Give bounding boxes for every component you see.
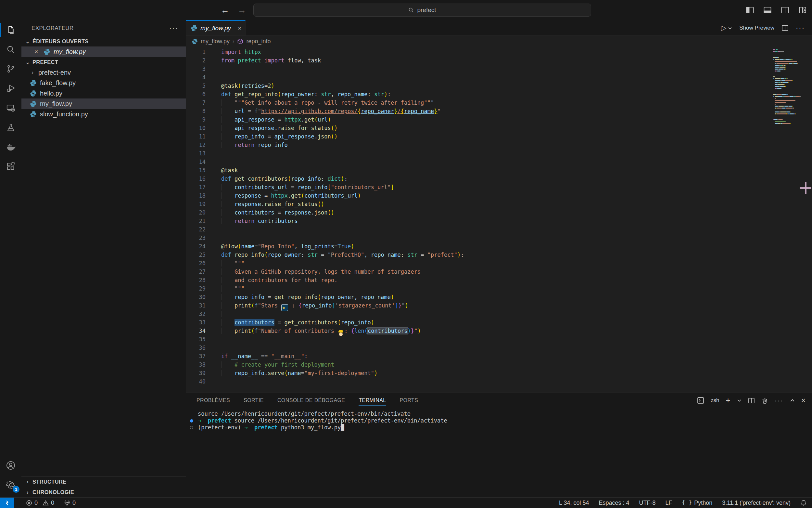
line-number[interactable]: 12 <box>186 141 205 149</box>
file-tree-item[interactable]: ›prefect-env <box>21 67 186 78</box>
code-line[interactable]: 35 <box>186 335 812 344</box>
line-number[interactable]: 19 <box>186 200 205 208</box>
line-number[interactable]: 31 <box>186 301 205 310</box>
code-line[interactable]: 10 api_response.raise_for_status() <box>186 124 812 132</box>
code-line[interactable]: 22 <box>186 225 812 234</box>
line-number[interactable]: 18 <box>186 192 205 200</box>
tab-my-flow[interactable]: my_flow.py × <box>186 20 246 35</box>
code-line[interactable]: 34 print(f"Number of contributors 👷: {le… <box>186 327 812 335</box>
code-editor[interactable]: 1import httpx2from prefect import flow, … <box>186 47 812 393</box>
line-number[interactable]: 28 <box>186 276 205 284</box>
split-editor-icon[interactable] <box>781 25 789 32</box>
notifications-bell-icon[interactable] <box>800 500 807 506</box>
line-number[interactable]: 10 <box>186 124 205 132</box>
activity-settings[interactable]: 1 <box>0 475 21 495</box>
activity-testing[interactable] <box>0 118 21 137</box>
activity-extensions[interactable] <box>0 157 21 176</box>
code-line[interactable]: 24@flow(name="Repo Info", log_prints=Tru… <box>186 242 812 251</box>
customize-layout-icon[interactable] <box>798 6 807 14</box>
line-number[interactable]: 2 <box>186 56 205 65</box>
code-line[interactable]: 30 repo_info = get_repo_info(repo_owner,… <box>186 293 812 301</box>
code-line[interactable]: 21 return contributors <box>186 217 812 225</box>
open-editor-item[interactable]: ×my_flow.py <box>21 46 186 57</box>
code-line[interactable]: 14 <box>186 158 812 166</box>
breadcrumb[interactable]: my_flow.py › repo_info <box>186 36 812 47</box>
code-line[interactable]: 29 """ <box>186 284 812 293</box>
maximize-panel-icon[interactable] <box>790 398 795 403</box>
code-line[interactable]: 7 """Get info about a repo - will retry … <box>186 98 812 107</box>
python-interpreter[interactable]: 3.11.1 ('prefect-env': venv) <box>722 500 791 506</box>
encoding[interactable]: UTF-8 <box>639 500 656 506</box>
line-number[interactable]: 34 <box>186 327 205 335</box>
toggle-panel-icon[interactable] <box>763 6 772 14</box>
breadcrumb-symbol[interactable]: repo_info <box>246 38 271 45</box>
explorer-more-actions-icon[interactable]: ··· <box>169 24 178 33</box>
line-number[interactable]: 11 <box>186 132 205 141</box>
code-line[interactable]: 28 and contributors for that repo. <box>186 276 812 284</box>
shell-label[interactable]: zsh <box>711 397 719 404</box>
code-line[interactable]: 27 Given a GitHub repository, logs the n… <box>186 267 812 276</box>
code-line[interactable]: 32 <box>186 310 812 318</box>
activity-docker[interactable] <box>0 137 21 157</box>
code-line[interactable]: 5@task(retries=2) <box>186 82 812 90</box>
line-number[interactable]: 16 <box>186 174 205 183</box>
line-number[interactable]: 5 <box>186 82 205 90</box>
line-number[interactable]: 13 <box>186 149 205 158</box>
line-number[interactable]: 26 <box>186 259 205 267</box>
line-number[interactable]: 6 <box>186 90 205 98</box>
activity-accounts[interactable] <box>0 456 21 475</box>
line-number[interactable]: 40 <box>186 377 205 386</box>
command-decoration-icon[interactable] <box>189 424 198 431</box>
code-line[interactable]: 3 <box>186 65 812 73</box>
code-line[interactable]: 18 response = httpx.get(contributors_url… <box>186 192 812 200</box>
section-structure[interactable]: › STRUCTURE <box>21 476 186 487</box>
code-line[interactable]: 38 # create your first deployment <box>186 361 812 369</box>
code-line[interactable]: 1import httpx <box>186 48 812 56</box>
panel-tab-terminal[interactable]: TERMINAL <box>359 393 386 408</box>
code-line[interactable]: 12 return repo_info <box>186 141 812 149</box>
line-number[interactable]: 8 <box>186 107 205 115</box>
line-number[interactable]: 17 <box>186 183 205 192</box>
panel-more-actions-icon[interactable]: ··· <box>775 396 783 404</box>
panel-tab-ports[interactable]: PORTS <box>400 393 418 408</box>
line-number[interactable]: 14 <box>186 158 205 166</box>
code-line[interactable]: 8 url = f"https://api.github.com/repos/{… <box>186 107 812 115</box>
new-terminal-icon[interactable]: + <box>726 396 730 405</box>
remote-indicator[interactable] <box>0 498 14 508</box>
code-line[interactable]: 23 <box>186 234 812 242</box>
line-number[interactable]: 37 <box>186 352 205 361</box>
code-line[interactable]: 11 repo_info = api_response.json() <box>186 132 812 141</box>
code-line[interactable]: 33 contributors = get_contributors(repo_… <box>186 318 812 327</box>
line-number[interactable]: 7 <box>186 98 205 107</box>
line-number[interactable]: 1 <box>186 48 205 56</box>
breadcrumb-file[interactable]: my_flow.py <box>201 38 230 45</box>
code-line[interactable]: 6def get_repo_info(repo_owner: str, repo… <box>186 90 812 98</box>
code-line[interactable]: 26 """ <box>186 259 812 267</box>
file-tree-item[interactable]: hello.py <box>21 88 186 98</box>
nav-back-icon[interactable]: ← <box>221 5 229 15</box>
cursor-position[interactable]: L 34, col 54 <box>559 500 589 506</box>
code-line[interactable]: 19 response.raise_for_status() <box>186 200 812 208</box>
code-line[interactable]: 25def repo_info(repo_owner: str = "Prefe… <box>186 251 812 259</box>
line-number[interactable]: 4 <box>186 73 205 82</box>
line-number[interactable]: 24 <box>186 242 205 251</box>
line-number[interactable]: 36 <box>186 344 205 352</box>
code-line[interactable]: 31 print(f"Stars 🌟 : {repo_info['stargaz… <box>186 301 812 310</box>
line-number[interactable]: 21 <box>186 217 205 225</box>
show-preview-button[interactable]: Show Preview <box>739 25 774 31</box>
line-number[interactable]: 27 <box>186 267 205 276</box>
close-editor-icon[interactable]: × <box>35 48 40 55</box>
line-number[interactable]: 29 <box>186 284 205 293</box>
code-line[interactable]: 9 api_response = httpx.get(url) <box>186 115 812 124</box>
code-line[interactable]: 39 repo_info.serve(name="my-first-deploy… <box>186 369 812 377</box>
line-number[interactable]: 23 <box>186 234 205 242</box>
activity-explorer[interactable] <box>0 20 21 40</box>
code-line[interactable]: 20 contributors = response.json() <box>186 208 812 217</box>
language-mode[interactable]: { } Python <box>682 500 713 506</box>
eol-sequence[interactable]: LF <box>666 500 672 506</box>
line-number[interactable]: 38 <box>186 361 205 369</box>
command-decoration-icon[interactable] <box>189 417 198 424</box>
line-number[interactable]: 20 <box>186 208 205 217</box>
panel-tab-sortie[interactable]: SORTIE <box>244 393 264 408</box>
code-line[interactable]: 15@task <box>186 166 812 174</box>
